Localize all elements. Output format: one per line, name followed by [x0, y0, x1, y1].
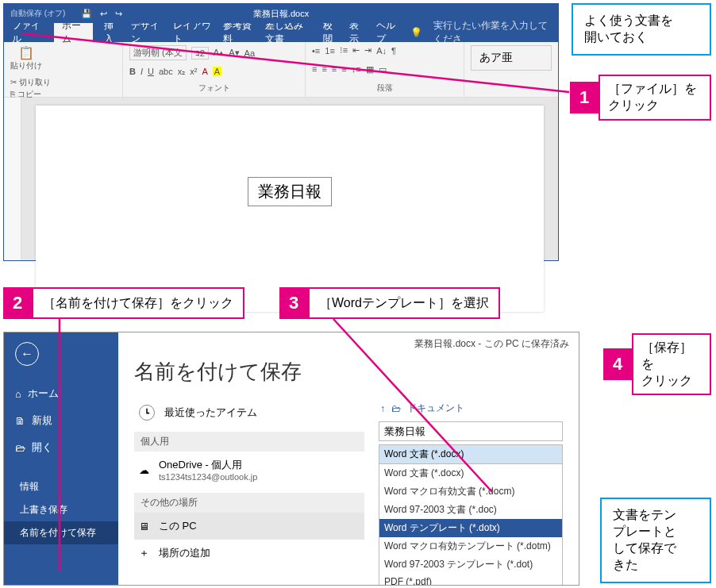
page[interactable]: 業務日報 [36, 106, 544, 312]
justify-icon[interactable]: ≡ [341, 64, 346, 74]
lightbulb-icon: 💡 [410, 27, 422, 38]
strike-icon[interactable]: abc [159, 67, 173, 76]
ribbon-tabs: ファイル ホーム 挿入 デザイン レイアウト 参考資料 差し込み文書 校閲 表示… [4, 23, 558, 42]
filetype-option[interactable]: Word マクロ有効文書 (*.docm) [379, 482, 562, 501]
backstage-sidebar: ← ⌂ホーム 🗎新規 🗁開く 情報 上書き保存 名前を付けて保存 [4, 332, 118, 585]
align-center-icon[interactable]: ≡ [321, 64, 326, 74]
step-label: ［保存］をクリック [632, 333, 711, 395]
sub-icon[interactable]: x₂ [178, 67, 186, 77]
folder-icon: 🗁 [391, 403, 401, 414]
path-row[interactable]: ↑ 🗁 ドキュメント [379, 398, 563, 418]
font-color-icon[interactable]: A [202, 67, 207, 76]
filetype-option[interactable]: Word 97-2003 文書 (*.doc) [379, 501, 562, 519]
folder-name: ドキュメント [407, 402, 464, 415]
document-title: 業務日報.docx [253, 8, 309, 20]
bold-button[interactable]: B [129, 67, 136, 76]
group-paragraph: •≡ 1≡ ⁝≡ ⇤ ⇥ A↓ ¶ ≡ ≡ ≡ ≡ ↕≡ ▦ ▭ 段落 [306, 42, 464, 97]
shrink-font-icon[interactable]: A▾ [229, 48, 239, 58]
save-icon[interactable]: 💾 [81, 9, 92, 19]
save-locations: ┗ 最近使ったアイテム 個人用 ☁ OneDrive - 個人用 ts1234t… [134, 398, 364, 586]
highlight-icon[interactable]: A [213, 67, 221, 76]
indent-dec-icon[interactable]: ⇤ [352, 45, 360, 56]
callout-saved-template: 文書をテン プレートと して保存で きた [600, 498, 711, 583]
align-right-icon[interactable]: ≡ [332, 64, 337, 74]
vertical-ruler [4, 98, 21, 260]
document-area: 業務日報 [4, 98, 558, 260]
ribbon-toolbar: 📋 貼り付け ✂ 切り取り ⎘ コピー 🖌 書式のコピー/貼り付け クリップボー… [4, 42, 558, 98]
home-icon: ⌂ [15, 388, 21, 400]
doc-status: 業務日報.docx - この PC に保存済み [414, 337, 569, 351]
filetype-option-template[interactable]: Word テンプレート (*.dotx) [379, 519, 562, 537]
group-clipboard: 📋 貼り付け ✂ 切り取り ⎘ コピー 🖌 書式のコピー/貼り付け クリップボー… [4, 42, 123, 97]
numbering-icon[interactable]: 1≡ [325, 46, 335, 56]
section-other: その他の場所 [134, 493, 364, 513]
redo-icon[interactable]: ↪ [115, 9, 122, 19]
tell-me[interactable]: 実行したい作業を入力してくださ [433, 19, 550, 46]
step-number: 1 [570, 82, 599, 113]
back-button[interactable]: ← [15, 342, 39, 366]
italic-button[interactable]: I [141, 67, 143, 76]
location-addplace[interactable]: ＋ 場所の追加 [134, 540, 364, 567]
cut-button[interactable]: ✂ 切り取り [10, 76, 102, 88]
backstage-main: 業務日報.docx - この PC に保存済み 名前を付けて保存 ┗ 最近使った… [118, 332, 579, 585]
bullets-icon[interactable]: •≡ [312, 46, 320, 56]
sidebar-item-saveas[interactable]: 名前を付けて保存 [4, 521, 118, 544]
group-font: 游明朝 (本文 ｺ2 A▴ A▾ Aa B I U abc x₂ x² A A … [123, 42, 306, 97]
filetype-dropdown[interactable]: Word 文書 (*.docx) Word 文書 (*.docx) Word マ… [379, 444, 563, 586]
underline-button[interactable]: U [148, 67, 154, 76]
shading-icon[interactable]: ▦ [366, 64, 374, 75]
step-label: ［Wordテンプレート］を選択 [308, 287, 500, 319]
location-thispc[interactable]: 🖥 この PC [134, 513, 364, 540]
sidebar-item-info[interactable]: 情報 [4, 475, 118, 498]
border-icon[interactable]: ▭ [379, 64, 387, 75]
font-name-select[interactable]: 游明朝 (本文 [129, 45, 187, 60]
page-heading: 名前を付けて保存 [134, 358, 563, 386]
group-label: 段落 [312, 83, 457, 94]
location-recent[interactable]: ┗ 最近使ったアイテム [134, 398, 364, 427]
filetype-option[interactable]: PDF (*.pdf) [379, 574, 562, 586]
filetype-current[interactable]: Word 文書 (*.docx) [379, 445, 562, 464]
backstage-view: ← ⌂ホーム 🗎新規 🗁開く 情報 上書き保存 名前を付けて保存 業務日報.do… [3, 332, 579, 586]
style-sample[interactable]: あア亜 [471, 45, 552, 71]
step-number: 2 [3, 287, 32, 319]
onedrive-email: ts1234ts1234@outlook.jp [159, 472, 257, 482]
change-case-icon[interactable]: Aa [244, 48, 255, 58]
undo-icon[interactable]: ↩ [100, 9, 107, 19]
sort-icon[interactable]: A↓ [376, 46, 387, 56]
sidebar-item-open[interactable]: 🗁開く [4, 434, 118, 461]
document-heading-box[interactable]: 業務日報 [248, 177, 332, 206]
step-3: 3 ［Wordテンプレート］を選択 [279, 287, 500, 319]
pc-icon: 🖥 [139, 521, 149, 532]
grow-font-icon[interactable]: A▴ [214, 48, 224, 58]
line-spacing-icon[interactable]: ↕≡ [352, 64, 361, 74]
sidebar-item-home[interactable]: ⌂ホーム [4, 380, 118, 407]
callout-open-doc: よく使う文書を 開いておく [572, 3, 711, 56]
align-left-icon[interactable]: ≡ [312, 64, 317, 74]
autosave-toggle[interactable]: 自動保存 (オフ) [10, 8, 65, 19]
step-1: 1 ［ファイル］を クリック [570, 75, 711, 121]
paste-button[interactable]: 📋 貼り付け [10, 45, 42, 71]
plus-icon: ＋ [139, 546, 149, 560]
location-onedrive[interactable]: ☁ OneDrive - 個人用 ts1234ts1234@outlook.jp [134, 452, 364, 488]
clock-icon: ┗ [139, 405, 155, 421]
step-4: 4 ［保存］をクリック [603, 333, 711, 395]
step-number: 4 [603, 348, 632, 380]
sidebar-item-save[interactable]: 上書き保存 [4, 498, 118, 521]
indent-inc-icon[interactable]: ⇥ [364, 45, 371, 56]
open-icon: 🗁 [15, 442, 25, 454]
sup-icon[interactable]: x² [190, 67, 197, 76]
step-2: 2 ［名前を付けて保存］をクリック [3, 287, 244, 319]
save-details: ↑ 🗁 ドキュメント Word 文書 (*.docx) Word 文書 (*.d… [379, 398, 563, 586]
font-size-select[interactable]: ｺ2 [191, 47, 209, 60]
step-label: ［ファイル］を クリック [599, 75, 711, 121]
filename-input[interactable] [379, 421, 563, 441]
showmarks-icon[interactable]: ¶ [391, 46, 396, 56]
filetype-option[interactable]: Word 97-2003 テンプレート (*.dot) [379, 555, 562, 574]
multilevel-icon[interactable]: ⁝≡ [340, 45, 348, 56]
section-personal: 個人用 [134, 432, 364, 452]
filetype-option[interactable]: Word 文書 (*.docx) [379, 464, 562, 482]
sidebar-item-new[interactable]: 🗎新規 [4, 407, 118, 434]
filetype-option[interactable]: Word マクロ有効テンプレート (*.dotm) [379, 537, 562, 555]
new-icon: 🗎 [15, 415, 25, 427]
up-arrow-icon[interactable]: ↑ [380, 403, 385, 414]
